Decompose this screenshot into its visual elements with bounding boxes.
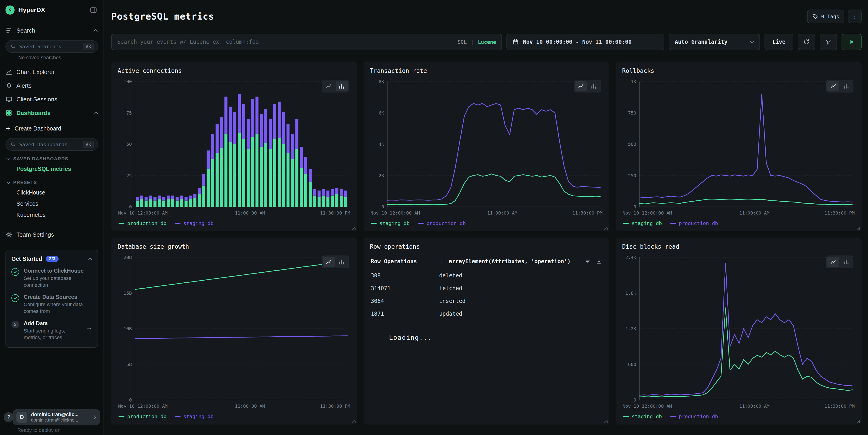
chevron-up-icon [93,29,98,32]
sidebar-item-team-settings[interactable]: Team Settings [5,228,98,241]
get-started-title: Get Started [11,256,42,262]
create-dashboard-button[interactable]: Create Dashboard [5,122,98,135]
svg-text:250: 250 [628,173,637,178]
chevron-up-icon[interactable] [88,258,92,260]
dashboard-link-postgresql-metrics[interactable]: PostgreSQL metrics [5,163,98,174]
table-row[interactable]: 1871 updated [370,307,603,320]
lucene-toggle[interactable]: Lucene [478,39,496,45]
chevron-up-icon [93,111,98,114]
granularity-select[interactable]: Auto Granularity [669,34,760,50]
line-chart-icon[interactable] [575,81,587,91]
svg-text:0: 0 [129,204,132,209]
chart-title: Database size growth [118,243,351,250]
sidebar-item-alerts[interactable]: Alerts [5,79,98,93]
download-icon[interactable] [596,259,602,264]
section-saved-dashboards[interactable]: SAVED DASHBOARDS [6,156,98,162]
table-row[interactable]: 308 deleted [370,269,603,282]
bar-chart-icon[interactable] [588,81,600,91]
table-row[interactable]: 3064 inserted [370,295,603,307]
sidebar-item-client-sessions[interactable]: Client Sessions [5,93,98,106]
row-operations-table: Row Operations ⋮ arrayElement(Attributes… [370,256,603,421]
preset-link-services[interactable]: Services [5,198,98,209]
resize-handle-icon[interactable] [352,226,356,231]
chart-canvas[interactable]: 02K4K6K8KNov 10 12:00:00 AM11:00:00 AM11… [370,76,603,218]
section-presets[interactable]: PRESETS [6,180,98,185]
chart-legend: staging_db production_db [371,220,603,227]
chart-canvas[interactable]: 05B10B15B20BNov 10 12:00:00 AM11:00:00 A… [118,252,351,411]
svg-text:5B: 5B [126,362,132,367]
progress-badge: 2/3 [46,256,59,262]
preset-link-clickhouse[interactable]: ClickHouse [5,187,98,198]
resize-handle-icon[interactable] [352,420,356,424]
step-desc: Set up your database connection [24,275,92,288]
filter-button[interactable] [820,34,837,50]
legend-label: production_db [127,413,166,419]
svg-text:500: 500 [628,141,637,147]
resize-handle-icon[interactable] [604,420,608,424]
avatar: D [17,412,27,423]
user-menu[interactable]: D dominic.tran@clic... dominic.tran@clic… [13,409,100,425]
chart-canvas[interactable]: 06001.2K1.8K2.4KNov 10 12:00:00 AM11:00:… [622,252,855,411]
svg-text:1K: 1K [631,79,637,84]
column-header[interactable]: arrayElement(Attributes, 'operation') [449,258,571,265]
legend-swatch [670,223,676,224]
refresh-button[interactable] [798,34,815,50]
resize-handle-icon[interactable] [856,226,860,231]
tags-button[interactable]: 0 Tags [807,9,844,23]
table-row[interactable]: 314071 fetched [370,282,603,295]
line-chart-icon[interactable] [323,81,335,91]
sidebar-item-label: Search [17,27,89,34]
bar-chart-icon[interactable] [840,257,852,267]
chart-canvas[interactable]: 0255075100Nov 10 12:00:00 AM11:00:00 AM1… [118,76,351,218]
line-chart-icon[interactable] [828,81,839,91]
sidebar-item-search[interactable]: Search [5,24,98,37]
collapse-sidebar-icon[interactable] [89,5,98,14]
chart-title: Rollbacks [622,67,855,74]
svg-text:Nov 10 12:00:00 AM: Nov 10 12:00:00 AM [118,210,167,216]
bar-chart-icon[interactable] [840,81,852,91]
run-query-button[interactable] [842,34,862,50]
chart-canvas[interactable]: 02505007501KNov 10 12:00:00 AM11:00:00 A… [622,76,855,218]
get-started-step-3[interactable]: 3 Add Data Start sending logs, metrics, … [11,320,92,341]
kebab-menu-icon[interactable]: ⋮ [848,9,862,23]
resize-handle-icon[interactable] [604,226,608,231]
step-desc: Configure where your data comes from [24,301,92,314]
svg-text:2K: 2K [379,173,384,178]
filter-rows-icon[interactable] [585,259,591,264]
svg-text:11:30:00 PM: 11:30:00 PM [320,210,350,216]
preset-link-kubernetes[interactable]: Kubernetes [5,209,98,221]
get-started-step-2[interactable]: Create Data Sources Configure where your… [11,294,92,314]
chart-legend: staging_db production_db [623,413,855,420]
chart-card-disc-blocks-read: Disc blocks read 06001.2K1.8K2.4KNov 10 … [616,238,862,425]
svg-text:20B: 20B [124,255,132,260]
column-header[interactable]: Row Operations [371,258,439,265]
saved-dashboards-input[interactable]: Saved Dashboards ⌘K [5,138,98,151]
line-chart-icon[interactable] [323,257,335,267]
bar-chart-icon[interactable] [336,257,348,267]
svg-text:1.8K: 1.8K [625,290,636,296]
sidebar-item-dashboards[interactable]: Dashboards [5,106,98,120]
saved-dashboards-placeholder: Saved Dashboards [19,142,80,147]
sql-toggle[interactable]: SQL [458,39,467,45]
search-input[interactable] [117,39,453,45]
help-button[interactable]: ? [4,412,14,422]
legend-swatch [418,223,424,224]
bar-chart-icon[interactable] [336,81,348,91]
time-range-picker[interactable]: Nov 10 00:00:00 - Nov 11 00:00:00 [506,34,664,50]
saved-searches-input[interactable]: Saved Searches ⌘K [5,40,98,53]
live-button[interactable]: Live [765,34,793,50]
gear-icon [5,231,12,238]
step-title: Add Data [24,320,82,327]
svg-text:11:30:00 PM: 11:30:00 PM [572,210,602,216]
legend-label: production_db [427,221,466,226]
search-section-icon [5,27,12,34]
svg-text:11:30:00 PM: 11:30:00 PM [320,403,350,409]
search-icon [10,44,16,49]
get-started-step-1[interactable]: Connect to ClickHouse Set up your databa… [11,268,92,288]
chart-card-database-size-growth: Database size growth 05B10B15B20BNov 10 … [111,238,357,425]
play-icon [848,39,855,45]
tags-label: 0 Tags [821,14,839,19]
sidebar-item-chart-explorer[interactable]: Chart Explorer [5,65,98,79]
resize-handle-icon[interactable] [856,420,860,424]
line-chart-icon[interactable] [828,257,839,267]
